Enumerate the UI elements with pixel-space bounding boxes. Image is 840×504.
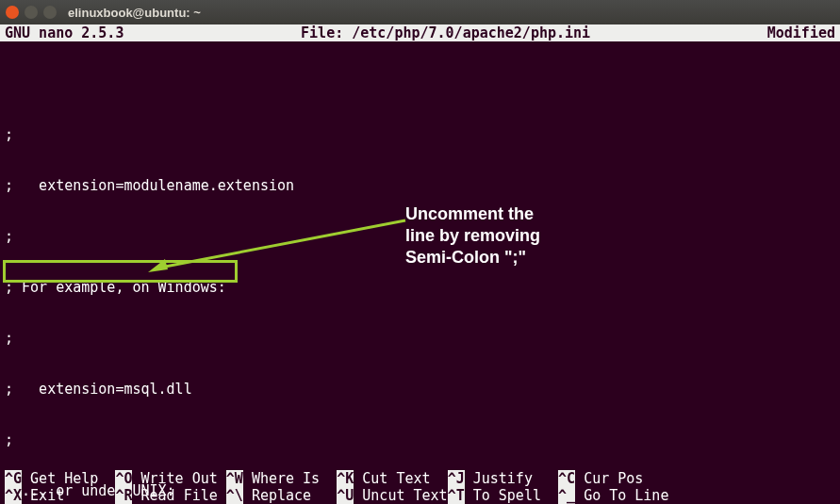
shortcut-label: Cur Pos (584, 470, 643, 487)
shortcut-key[interactable]: ^W (226, 470, 243, 487)
shortcut-label: Go To Line (584, 487, 668, 504)
content-line: ; (5, 330, 835, 347)
content-line: ; (5, 431, 835, 448)
editor-footer: ^G Get Help ^O Write Out ^W Where Is ^K … (0, 470, 840, 504)
shortcut-label: Get Help (30, 470, 98, 487)
window-title: elinuxbook@ubuntu: ~ (68, 6, 201, 20)
terminal[interactable]: GNU nano 2.5.3 File: /etc/php/7.0/apache… (0, 24, 840, 504)
close-icon[interactable] (6, 6, 19, 19)
shortcut-key[interactable]: ^J (448, 470, 465, 487)
shortcut-label: Justify (473, 470, 533, 487)
shortcut-label: Cut Text (362, 470, 430, 487)
content-line: ; extension=modulename.extension (5, 177, 835, 194)
shortcut-key[interactable]: ^_ (558, 487, 575, 504)
shortcut-key[interactable]: ^U (337, 487, 354, 504)
minimize-icon[interactable] (25, 6, 38, 19)
shortcut-label: Write Out (141, 470, 218, 487)
blank-line (5, 75, 835, 92)
editor-file: File: /etc/php/7.0/apache2/php.ini (301, 24, 590, 41)
editor-status: Modified (767, 24, 835, 41)
shortcut-label: Where Is (252, 470, 320, 487)
shortcut-key[interactable]: ^R (115, 487, 132, 504)
editor-header: GNU nano 2.5.3 File: /etc/php/7.0/apache… (0, 24, 840, 41)
shortcut-label: Read File (141, 487, 218, 504)
shortcut-key[interactable]: ^K (337, 470, 354, 487)
editor-name: GNU nano 2.5.3 (5, 24, 124, 41)
content-line: ; (5, 126, 835, 143)
editor-content[interactable]: ; ; extension=modulename.extension ; ; F… (0, 41, 840, 504)
titlebar: elinuxbook@ubuntu: ~ (0, 0, 840, 24)
content-line: ; extension=msql.dll (5, 381, 835, 398)
shortcut-key[interactable]: ^O (115, 470, 132, 487)
shortcut-label: To Spell (473, 487, 541, 504)
shortcut-key[interactable]: ^\ (226, 487, 243, 504)
shortcut-label: Replace (252, 487, 311, 504)
shortcut-row-2: ^X Exit ^R Read File ^\ Replace ^U Uncut… (5, 487, 835, 504)
shortcut-key[interactable]: ^G (5, 470, 22, 487)
shortcut-row-1: ^G Get Help ^O Write Out ^W Where Is ^K … (5, 470, 835, 487)
window: elinuxbook@ubuntu: ~ GNU nano 2.5.3 File… (0, 0, 840, 504)
shortcut-key[interactable]: ^T (448, 487, 465, 504)
shortcut-label: Uncut Text (362, 487, 447, 504)
shortcut-key[interactable]: ^C (558, 470, 575, 487)
shortcut-label: Exit (30, 487, 64, 504)
shortcut-key[interactable]: ^X (5, 487, 22, 504)
content-line: ; For example, on Windows: (5, 279, 835, 296)
maximize-icon[interactable] (43, 6, 57, 19)
content-line: ; (5, 228, 835, 245)
